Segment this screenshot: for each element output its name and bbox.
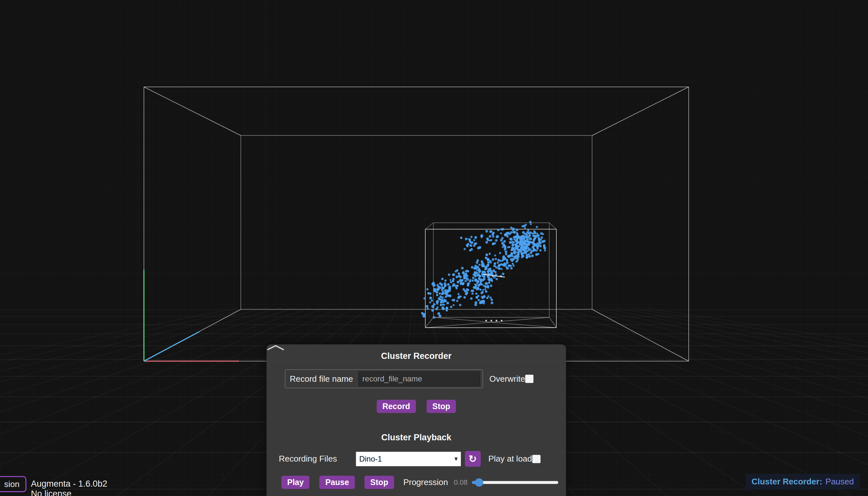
- play-at-load-label: Play at load: [489, 454, 532, 464]
- progression-label: Progression: [403, 477, 448, 487]
- recorder-status-box: Cluster Recorder: Paused: [746, 474, 859, 490]
- chevron-up-icon[interactable]: [267, 344, 284, 350]
- version-button[interactable]: sion: [0, 476, 26, 492]
- license-text: No license: [31, 489, 107, 496]
- progression-value: 0.08: [454, 478, 467, 487]
- refresh-files-button[interactable]: ↻: [465, 451, 481, 467]
- slider-track[interactable]: [472, 481, 558, 484]
- status-label: Cluster Recorder:: [751, 477, 822, 487]
- panel-title: Cluster Recorder: [267, 344, 566, 361]
- playback-title: Cluster Playback: [267, 432, 566, 443]
- progression-slider[interactable]: [472, 478, 558, 487]
- refresh-icon: ↻: [469, 453, 477, 464]
- play-button[interactable]: Play: [281, 476, 309, 489]
- version-block: Augmenta - 1.6.0b2 No license: [31, 479, 107, 496]
- pause-button[interactable]: Pause: [320, 476, 355, 489]
- record-stop-button[interactable]: Stop: [427, 400, 456, 413]
- overwrite-checkbox[interactable]: [525, 375, 533, 383]
- recording-files-label: Recording Files: [279, 454, 337, 464]
- play-at-load-checkbox[interactable]: [532, 455, 541, 463]
- recording-files-select[interactable]: Dino-1: [356, 452, 461, 466]
- record-file-label: Record file name: [290, 374, 353, 384]
- record-button[interactable]: Record: [377, 400, 416, 413]
- record-file-name-input[interactable]: [358, 371, 480, 386]
- playback-stop-button[interactable]: Stop: [365, 476, 394, 489]
- record-file-field-group: Record file name: [285, 370, 483, 388]
- overwrite-label: Overwrite: [490, 374, 525, 384]
- cluster-recorder-panel: Cluster Recorder Record file name Overwr…: [267, 344, 566, 496]
- status-value: Paused: [825, 477, 854, 487]
- slider-handle[interactable]: [475, 478, 483, 487]
- app-version-text: Augmenta - 1.6.0b2: [31, 479, 107, 489]
